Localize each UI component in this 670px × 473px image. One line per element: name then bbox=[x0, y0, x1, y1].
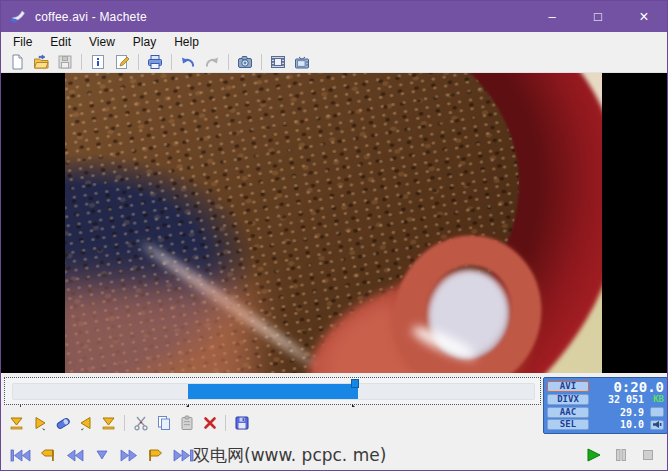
titlebar[interactable]: coffee.avi - Machete – □ × bbox=[1, 1, 667, 32]
toolbar-separator bbox=[124, 415, 125, 431]
minimize-button[interactable]: – bbox=[529, 1, 575, 32]
new-file-icon[interactable] bbox=[5, 52, 29, 72]
redo-icon-disabled[interactable] bbox=[200, 52, 224, 72]
window-title: coffee.avi - Machete bbox=[35, 10, 147, 24]
clear-fragment-eraser-icon[interactable] bbox=[51, 412, 74, 434]
menubar: File Edit View Play Help bbox=[1, 32, 667, 51]
video-size-value: 32 051 bbox=[589, 394, 644, 405]
selection-audio-button[interactable] bbox=[650, 420, 664, 430]
media-info-panel: AVI 0:20.0 DIVX 32 051 KB AAC 29.9 SEL 1… bbox=[543, 377, 668, 434]
film-strip-icon[interactable] bbox=[266, 52, 290, 72]
delete-icon[interactable] bbox=[198, 412, 221, 434]
audio-codec-badge: AAC bbox=[547, 407, 589, 418]
next-marker-flag-icon[interactable] bbox=[142, 443, 169, 467]
skip-to-start-icon[interactable] bbox=[7, 443, 34, 467]
timeline-box bbox=[4, 377, 541, 405]
undo-icon[interactable] bbox=[176, 52, 200, 72]
menu-play[interactable]: Play bbox=[124, 33, 165, 51]
menu-edit[interactable]: Edit bbox=[41, 33, 80, 51]
menu-help[interactable]: Help bbox=[165, 33, 208, 51]
toolbar-separator bbox=[225, 415, 226, 431]
video-area bbox=[1, 73, 667, 373]
print-icon[interactable] bbox=[143, 52, 167, 72]
paste-icon-disabled[interactable] bbox=[175, 412, 198, 434]
video-codec-badge: DIVX bbox=[547, 394, 589, 405]
main-toolbar bbox=[1, 51, 667, 73]
menu-file[interactable]: File bbox=[4, 33, 41, 51]
selection-length-value: 10.0 bbox=[589, 419, 644, 430]
file-info-icon[interactable] bbox=[86, 52, 110, 72]
video-display bbox=[65, 73, 602, 373]
maximize-button[interactable]: □ bbox=[575, 1, 621, 32]
snapshot-camera-icon[interactable] bbox=[233, 52, 257, 72]
toolbar-separator bbox=[81, 54, 82, 70]
step-back-icon[interactable] bbox=[61, 443, 88, 467]
watermark-text: 双电网(www. pcpc. me) bbox=[193, 444, 386, 467]
goto-fragment-start-icon[interactable] bbox=[28, 412, 51, 434]
skip-to-end-icon[interactable] bbox=[169, 443, 196, 467]
info-row-selection: SEL 10.0 bbox=[547, 418, 664, 431]
audio-size-value: 29.9 bbox=[589, 407, 644, 418]
stop-icon-disabled[interactable] bbox=[634, 443, 661, 467]
save-file-icon-disabled[interactable] bbox=[53, 52, 77, 72]
info-row-format: AVI 0:20.0 bbox=[547, 380, 664, 393]
set-fragment-end-icon[interactable] bbox=[97, 412, 120, 434]
toolbar-separator bbox=[228, 54, 229, 70]
selection-badge: SEL bbox=[547, 419, 589, 430]
toolbar-separator bbox=[261, 54, 262, 70]
close-button[interactable]: × bbox=[621, 1, 667, 32]
copy-icon[interactable] bbox=[152, 412, 175, 434]
toolbar-separator bbox=[171, 54, 172, 70]
step-forward-icon[interactable] bbox=[115, 443, 142, 467]
app-window: coffee.avi - Machete – □ × File Edit Vie… bbox=[0, 0, 668, 471]
edit-file-icon[interactable] bbox=[110, 52, 134, 72]
format-badge: AVI bbox=[547, 381, 589, 392]
speaker-icon bbox=[653, 421, 662, 428]
machete-app-icon bbox=[10, 8, 27, 25]
playhead[interactable] bbox=[351, 379, 359, 388]
toolbar-separator bbox=[138, 54, 139, 70]
tv-preview-icon[interactable] bbox=[290, 52, 314, 72]
prev-marker-flag-icon[interactable] bbox=[34, 443, 61, 467]
menu-view[interactable]: View bbox=[80, 33, 124, 51]
timeline-selection[interactable] bbox=[188, 384, 358, 399]
video-size-unit: KB bbox=[644, 394, 664, 404]
open-file-icon[interactable] bbox=[29, 52, 53, 72]
cut-scissors-icon[interactable] bbox=[129, 412, 152, 434]
save-icon[interactable] bbox=[230, 412, 253, 434]
set-fragment-start-icon[interactable] bbox=[5, 412, 28, 434]
edit-toolbar bbox=[1, 407, 541, 438]
info-row-video: DIVX 32 051 KB bbox=[547, 393, 664, 406]
goto-fragment-end-icon[interactable] bbox=[74, 412, 97, 434]
position-marker-icon[interactable] bbox=[88, 443, 115, 467]
info-row-audio: AAC 29.9 bbox=[547, 406, 664, 419]
pause-icon-disabled[interactable] bbox=[607, 443, 634, 467]
play-icon[interactable] bbox=[580, 443, 607, 467]
corner-glow bbox=[65, 283, 255, 373]
timeline-track[interactable] bbox=[12, 383, 535, 400]
audio-unit-box bbox=[650, 407, 664, 417]
